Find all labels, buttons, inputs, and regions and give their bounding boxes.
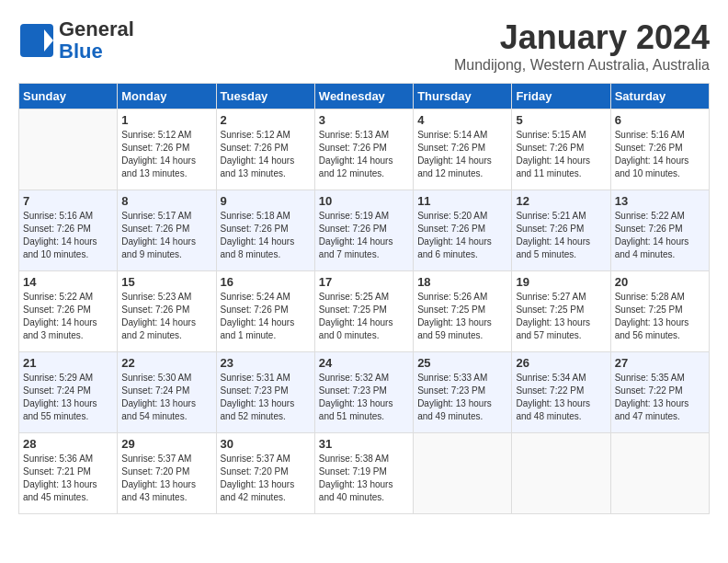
day-info: Sunrise: 5:25 AM Sunset: 7:25 PM Dayligh…	[319, 291, 409, 342]
calendar-cell	[512, 433, 610, 514]
day-info: Sunrise: 5:21 AM Sunset: 7:26 PM Dayligh…	[516, 210, 606, 261]
day-info: Sunrise: 5:27 AM Sunset: 7:25 PM Dayligh…	[516, 291, 606, 342]
day-number: 18	[417, 275, 507, 289]
month-title: January 2024	[454, 18, 710, 57]
calendar-cell: 9Sunrise: 5:18 AM Sunset: 7:26 PM Daylig…	[216, 190, 314, 271]
day-number: 19	[516, 275, 606, 289]
day-info: Sunrise: 5:22 AM Sunset: 7:26 PM Dayligh…	[615, 210, 705, 261]
day-number: 26	[516, 356, 606, 370]
day-number: 21	[23, 356, 113, 370]
header-tuesday: Tuesday	[216, 84, 314, 109]
calendar-cell: 26Sunrise: 5:34 AM Sunset: 7:22 PM Dayli…	[512, 352, 610, 433]
day-number: 30	[221, 437, 311, 451]
logo-text: General Blue	[59, 18, 134, 63]
day-number: 16	[221, 275, 311, 289]
day-number: 13	[615, 194, 705, 208]
calendar-cell: 25Sunrise: 5:33 AM Sunset: 7:23 PM Dayli…	[414, 352, 512, 433]
day-info: Sunrise: 5:23 AM Sunset: 7:26 PM Dayligh…	[121, 291, 211, 342]
day-info: Sunrise: 5:14 AM Sunset: 7:26 PM Dayligh…	[417, 129, 507, 180]
day-info: Sunrise: 5:37 AM Sunset: 7:20 PM Dayligh…	[221, 453, 311, 504]
day-number: 14	[23, 275, 113, 289]
calendar-cell: 21Sunrise: 5:29 AM Sunset: 7:24 PM Dayli…	[19, 352, 118, 433]
calendar-cell: 8Sunrise: 5:17 AM Sunset: 7:26 PM Daylig…	[118, 190, 216, 271]
day-info: Sunrise: 5:32 AM Sunset: 7:23 PM Dayligh…	[319, 372, 409, 423]
calendar-cell: 10Sunrise: 5:19 AM Sunset: 7:26 PM Dayli…	[314, 190, 413, 271]
day-info: Sunrise: 5:35 AM Sunset: 7:22 PM Dayligh…	[615, 372, 705, 423]
day-number: 7	[23, 194, 113, 208]
calendar-cell: 3Sunrise: 5:13 AM Sunset: 7:26 PM Daylig…	[314, 109, 413, 190]
calendar-cell: 7Sunrise: 5:16 AM Sunset: 7:26 PM Daylig…	[19, 190, 118, 271]
calendar-cell: 1Sunrise: 5:12 AM Sunset: 7:26 PM Daylig…	[118, 109, 216, 190]
header-thursday: Thursday	[414, 84, 512, 109]
calendar-body: 1Sunrise: 5:12 AM Sunset: 7:26 PM Daylig…	[19, 109, 710, 514]
header-wednesday: Wednesday	[314, 84, 413, 109]
day-number: 23	[221, 356, 311, 370]
day-number: 6	[615, 113, 705, 127]
day-info: Sunrise: 5:12 AM Sunset: 7:26 PM Dayligh…	[121, 129, 211, 180]
calendar-cell: 31Sunrise: 5:38 AM Sunset: 7:19 PM Dayli…	[314, 433, 413, 514]
calendar-table: SundayMondayTuesdayWednesdayThursdayFrid…	[18, 83, 710, 514]
calendar-week-row: 21Sunrise: 5:29 AM Sunset: 7:24 PM Dayli…	[19, 352, 710, 433]
day-number: 20	[615, 275, 705, 289]
day-info: Sunrise: 5:18 AM Sunset: 7:26 PM Dayligh…	[221, 210, 311, 261]
calendar-cell: 11Sunrise: 5:20 AM Sunset: 7:26 PM Dayli…	[414, 190, 512, 271]
calendar-cell	[19, 109, 118, 190]
day-info: Sunrise: 5:36 AM Sunset: 7:21 PM Dayligh…	[23, 453, 113, 504]
calendar-cell: 30Sunrise: 5:37 AM Sunset: 7:20 PM Dayli…	[216, 433, 314, 514]
calendar-cell	[610, 433, 709, 514]
day-number: 28	[23, 437, 113, 451]
day-info: Sunrise: 5:28 AM Sunset: 7:25 PM Dayligh…	[615, 291, 705, 342]
day-number: 11	[417, 194, 507, 208]
day-number: 1	[121, 113, 211, 127]
day-number: 5	[516, 113, 606, 127]
day-number: 29	[121, 437, 211, 451]
calendar-header-row: SundayMondayTuesdayWednesdayThursdayFrid…	[19, 84, 710, 109]
header-sunday: Sunday	[19, 84, 118, 109]
calendar-week-row: 7Sunrise: 5:16 AM Sunset: 7:26 PM Daylig…	[19, 190, 710, 271]
calendar-cell: 2Sunrise: 5:12 AM Sunset: 7:26 PM Daylig…	[216, 109, 314, 190]
logo: General Blue	[18, 18, 134, 63]
day-number: 31	[319, 437, 409, 451]
calendar-cell: 27Sunrise: 5:35 AM Sunset: 7:22 PM Dayli…	[610, 352, 709, 433]
day-info: Sunrise: 5:29 AM Sunset: 7:24 PM Dayligh…	[23, 372, 113, 423]
day-number: 9	[221, 194, 311, 208]
day-info: Sunrise: 5:31 AM Sunset: 7:23 PM Dayligh…	[221, 372, 311, 423]
calendar-cell: 17Sunrise: 5:25 AM Sunset: 7:25 PM Dayli…	[314, 271, 413, 352]
calendar-cell: 22Sunrise: 5:30 AM Sunset: 7:24 PM Dayli…	[118, 352, 216, 433]
title-block: January 2024 Mundijong, Western Australi…	[454, 18, 710, 74]
day-info: Sunrise: 5:12 AM Sunset: 7:26 PM Dayligh…	[221, 129, 311, 180]
header-friday: Friday	[512, 84, 610, 109]
day-info: Sunrise: 5:26 AM Sunset: 7:25 PM Dayligh…	[417, 291, 507, 342]
day-number: 27	[615, 356, 705, 370]
day-info: Sunrise: 5:34 AM Sunset: 7:22 PM Dayligh…	[516, 372, 606, 423]
calendar-cell: 19Sunrise: 5:27 AM Sunset: 7:25 PM Dayli…	[512, 271, 610, 352]
day-number: 8	[121, 194, 211, 208]
logo-icon	[18, 22, 55, 59]
day-number: 24	[319, 356, 409, 370]
header-monday: Monday	[118, 84, 216, 109]
calendar-cell: 28Sunrise: 5:36 AM Sunset: 7:21 PM Dayli…	[19, 433, 118, 514]
calendar-cell: 16Sunrise: 5:24 AM Sunset: 7:26 PM Dayli…	[216, 271, 314, 352]
calendar-cell: 23Sunrise: 5:31 AM Sunset: 7:23 PM Dayli…	[216, 352, 314, 433]
day-number: 3	[319, 113, 409, 127]
calendar-cell: 29Sunrise: 5:37 AM Sunset: 7:20 PM Dayli…	[118, 433, 216, 514]
day-number: 22	[121, 356, 211, 370]
day-info: Sunrise: 5:16 AM Sunset: 7:26 PM Dayligh…	[615, 129, 705, 180]
day-number: 12	[516, 194, 606, 208]
day-info: Sunrise: 5:19 AM Sunset: 7:26 PM Dayligh…	[319, 210, 409, 261]
calendar-week-row: 14Sunrise: 5:22 AM Sunset: 7:26 PM Dayli…	[19, 271, 710, 352]
day-number: 10	[319, 194, 409, 208]
day-info: Sunrise: 5:24 AM Sunset: 7:26 PM Dayligh…	[221, 291, 311, 342]
day-info: Sunrise: 5:20 AM Sunset: 7:26 PM Dayligh…	[417, 210, 507, 261]
day-info: Sunrise: 5:15 AM Sunset: 7:26 PM Dayligh…	[516, 129, 606, 180]
calendar-week-row: 28Sunrise: 5:36 AM Sunset: 7:21 PM Dayli…	[19, 433, 710, 514]
calendar-cell: 5Sunrise: 5:15 AM Sunset: 7:26 PM Daylig…	[512, 109, 610, 190]
day-info: Sunrise: 5:16 AM Sunset: 7:26 PM Dayligh…	[23, 210, 113, 261]
day-info: Sunrise: 5:30 AM Sunset: 7:24 PM Dayligh…	[121, 372, 211, 423]
calendar-cell	[414, 433, 512, 514]
day-info: Sunrise: 5:22 AM Sunset: 7:26 PM Dayligh…	[23, 291, 113, 342]
day-info: Sunrise: 5:13 AM Sunset: 7:26 PM Dayligh…	[319, 129, 409, 180]
page-header: General Blue January 2024 Mundijong, Wes…	[18, 18, 710, 74]
day-number: 17	[319, 275, 409, 289]
calendar-cell: 18Sunrise: 5:26 AM Sunset: 7:25 PM Dayli…	[414, 271, 512, 352]
